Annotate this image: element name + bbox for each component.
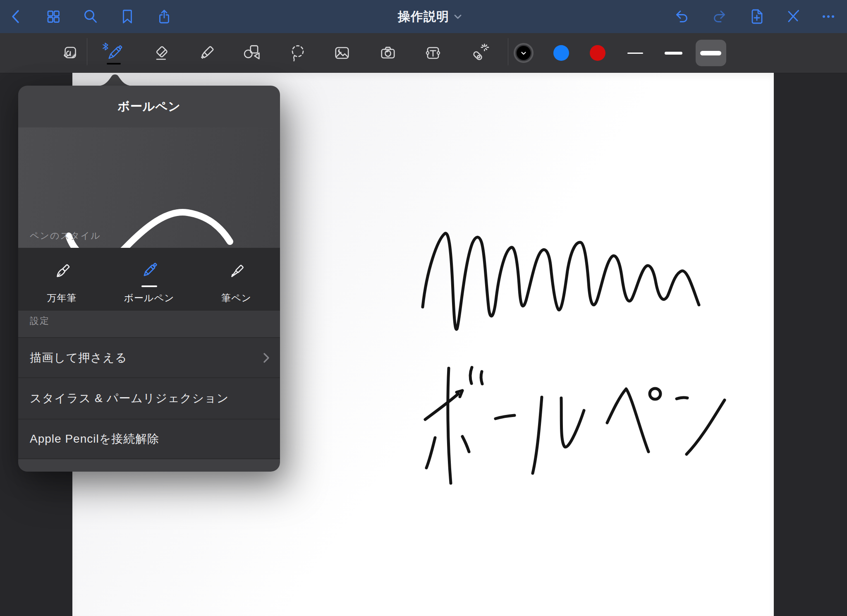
pen-style-label: ボールペン: [124, 292, 174, 304]
popover-arrow: [96, 73, 134, 86]
pen-settings-popover: ボールペン ペンのスタイル 万年筆: [18, 86, 280, 472]
handwriting-text: [425, 367, 725, 483]
ballpoint-pen-icon: [136, 258, 163, 285]
settings-label: 設定: [30, 315, 50, 327]
setting-row-label: 描画して押さえる: [30, 350, 127, 366]
pen-style-brush[interactable]: 筆ペン: [193, 248, 280, 311]
pen-style-fountain[interactable]: 万年筆: [18, 248, 105, 311]
brush-pen-icon: [223, 259, 250, 286]
pen-style-selected-underline: [141, 285, 157, 287]
pen-style-label: 万年筆: [47, 292, 77, 304]
popover-header: ボールペン: [18, 86, 280, 127]
setting-row-disconnect-apple-pencil[interactable]: Apple Pencilを接続解除: [18, 419, 280, 458]
fountain-pen-icon: [49, 259, 75, 286]
setting-row-draw-and-hold[interactable]: 描画して押さえる: [18, 337, 280, 377]
handwriting-scribble: [423, 233, 699, 329]
pen-style-label: 筆ペン: [221, 292, 251, 304]
setting-row-stylus-palm-rejection[interactable]: スタイラス & パームリジェクション: [18, 377, 280, 419]
pen-style-ballpoint-selected[interactable]: ボールペン: [105, 248, 193, 311]
popover-title: ボールペン: [117, 98, 181, 115]
settings-section-header: 設定: [18, 311, 280, 337]
setting-row-label: スタイラス & パームリジェクション: [30, 391, 229, 406]
pen-style-row: 万年筆 ボールペン: [18, 248, 280, 311]
chevron-right-icon: [263, 352, 270, 364]
setting-row-label: Apple Pencilを接続解除: [30, 431, 159, 447]
stroke-preview-panel: ペンのスタイル: [18, 127, 280, 248]
pen-style-section-label: ペンのスタイル: [30, 230, 101, 242]
popover-footer: [18, 458, 280, 472]
